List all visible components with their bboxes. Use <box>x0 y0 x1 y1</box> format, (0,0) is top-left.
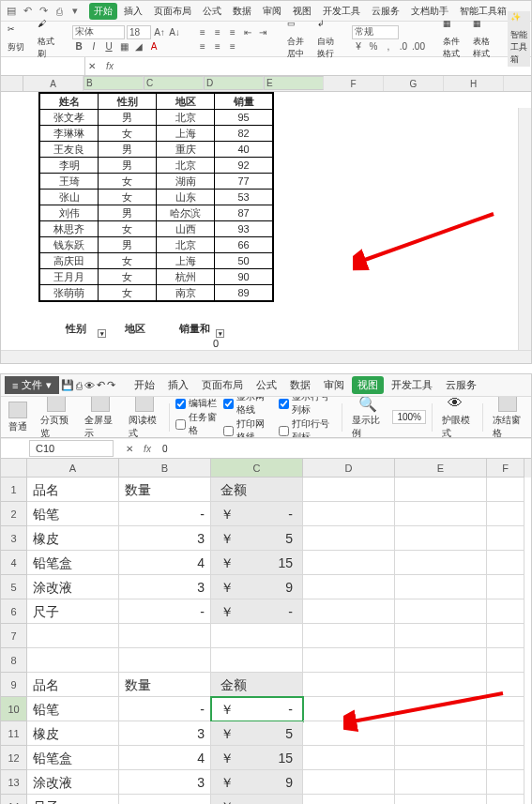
table-header[interactable]: 销量 <box>215 94 273 110</box>
cell[interactable]: 3 <box>119 575 211 599</box>
freeze-button[interactable]: 冻结窗格 <box>489 397 527 438</box>
number-format-select[interactable]: 常规 <box>352 25 399 39</box>
cell[interactable]: ￥- <box>211 697 303 721</box>
align-left-icon[interactable]: ≡ <box>196 39 209 53</box>
cell[interactable]: 3 <box>119 721 211 746</box>
table-cell[interactable]: 上海 <box>157 253 215 269</box>
table-cell[interactable]: 82 <box>215 126 273 142</box>
col-a[interactable]: A <box>23 76 84 91</box>
cell[interactable] <box>211 648 303 673</box>
menu-layout[interactable]: 页面布局 <box>149 3 196 20</box>
table-cell[interactable]: 重庆 <box>157 142 215 158</box>
col-g[interactable]: G <box>384 76 444 91</box>
grow-font-icon[interactable]: A↑ <box>153 25 166 38</box>
cell[interactable] <box>303 526 395 551</box>
vertical-scrollbar[interactable] <box>518 108 531 350</box>
align-bot-icon[interactable]: ≡ <box>226 25 239 38</box>
col-c[interactable]: C <box>211 459 303 478</box>
row-header[interactable]: 8 <box>1 648 27 673</box>
italic-icon[interactable]: I <box>87 40 100 53</box>
row-header[interactable]: 13 <box>1 770 27 795</box>
cell[interactable] <box>395 551 487 575</box>
zoom-percent[interactable]: 100% <box>392 410 426 424</box>
row-header[interactable]: 7 <box>1 624 27 648</box>
cell[interactable] <box>119 648 211 673</box>
cell[interactable]: ￥5 <box>211 721 303 746</box>
indent-dec-icon[interactable]: ⇤ <box>241 25 254 38</box>
percent-icon[interactable]: % <box>367 40 380 53</box>
menu-insert[interactable]: 插入 <box>162 376 194 394</box>
cell[interactable] <box>487 502 524 526</box>
col-c[interactable]: C <box>144 76 204 90</box>
cell[interactable]: 尺子 <box>27 599 119 624</box>
col-f[interactable]: F <box>324 76 384 91</box>
more-icon[interactable]: ▾ <box>68 5 82 18</box>
cell[interactable]: 铅笔 <box>27 502 119 526</box>
menu-formula[interactable]: 公式 <box>251 376 282 394</box>
row-header[interactable]: 11 <box>1 721 27 746</box>
chk-taskpane[interactable]: 任务窗格 <box>175 411 218 437</box>
cell[interactable]: ￥9 <box>211 770 303 795</box>
table-cell[interactable]: 张山 <box>40 190 99 205</box>
table-cell[interactable]: 山东 <box>157 190 215 205</box>
table-cell[interactable]: 女 <box>99 126 157 142</box>
cell[interactable] <box>303 502 395 526</box>
table-cell[interactable]: 高庆田 <box>40 253 99 269</box>
table-header[interactable]: 性别 <box>99 94 157 110</box>
font-size-select[interactable]: 18 <box>127 25 151 39</box>
cell[interactable] <box>303 770 395 795</box>
table-cell[interactable]: 77 <box>215 174 273 190</box>
cell[interactable] <box>395 599 487 624</box>
view-fullscreen-button[interactable]: 全屏显示 <box>81 397 119 438</box>
cell[interactable] <box>395 648 487 673</box>
smart-toolbox-button[interactable]: ✨智能工具箱 <box>508 11 530 67</box>
cell[interactable] <box>395 624 487 648</box>
merge-button[interactable]: ▭合并居中 <box>284 18 307 61</box>
cell[interactable]: ￥- <box>211 795 303 804</box>
cell[interactable]: ￥- <box>211 502 303 526</box>
undo-icon[interactable]: ↶ <box>21 5 34 18</box>
cell[interactable] <box>303 648 395 673</box>
cell[interactable] <box>395 478 487 502</box>
cell[interactable]: 4 <box>119 746 211 770</box>
formula-input[interactable]: 0 <box>159 444 531 454</box>
menu-layout[interactable]: 页面布局 <box>196 376 249 394</box>
chk-printgrid[interactable]: 打印网格线 <box>223 417 273 438</box>
table-cell[interactable]: 北京 <box>157 237 215 253</box>
cell[interactable]: 3 <box>119 526 211 551</box>
wrap-button[interactable]: ↲自动换行 <box>314 18 337 61</box>
underline-icon[interactable]: U <box>102 40 115 53</box>
print-icon[interactable]: ⎙ <box>76 380 83 391</box>
cell[interactable] <box>303 624 395 648</box>
table-cell[interactable]: 50 <box>215 253 273 269</box>
redo-icon[interactable]: ↷ <box>37 5 50 18</box>
menu-data[interactable]: 数据 <box>228 3 256 20</box>
cell[interactable]: 铅笔盒 <box>27 551 119 575</box>
chk-editbar[interactable]: 编辑栏 <box>175 397 218 410</box>
cell[interactable] <box>395 502 487 526</box>
col-e[interactable]: E <box>395 459 487 478</box>
menu-dev[interactable]: 开发工具 <box>386 376 438 394</box>
menu-review[interactable]: 审阅 <box>318 376 350 394</box>
table-cell[interactable]: 66 <box>215 237 273 253</box>
table-cell[interactable]: 李明 <box>40 158 99 174</box>
col-f[interactable]: F <box>487 459 524 478</box>
table-cell[interactable]: 湖南 <box>157 174 215 190</box>
table-cell[interactable]: 女 <box>99 269 157 285</box>
cell[interactable] <box>303 478 395 502</box>
bold-icon[interactable]: B <box>72 40 85 53</box>
col-d[interactable]: D <box>204 76 264 90</box>
eyecare-button[interactable]: 👁护眼模式 <box>438 397 477 438</box>
table-cell[interactable]: 53 <box>215 190 273 205</box>
col-b[interactable]: B <box>84 76 144 90</box>
chk-printrowcol[interactable]: 打印行号列标 <box>279 417 336 438</box>
row-header[interactable]: 3 <box>1 526 27 551</box>
table-cell[interactable]: 男 <box>99 237 157 253</box>
menu-insert[interactable]: 插入 <box>119 3 147 20</box>
cell[interactable]: - <box>119 502 211 526</box>
comma-icon[interactable]: , <box>382 40 395 53</box>
table-cell[interactable]: 杭州 <box>157 269 215 285</box>
cell[interactable] <box>487 770 524 795</box>
table-cell[interactable]: 90 <box>215 269 273 285</box>
cell[interactable] <box>487 551 524 575</box>
